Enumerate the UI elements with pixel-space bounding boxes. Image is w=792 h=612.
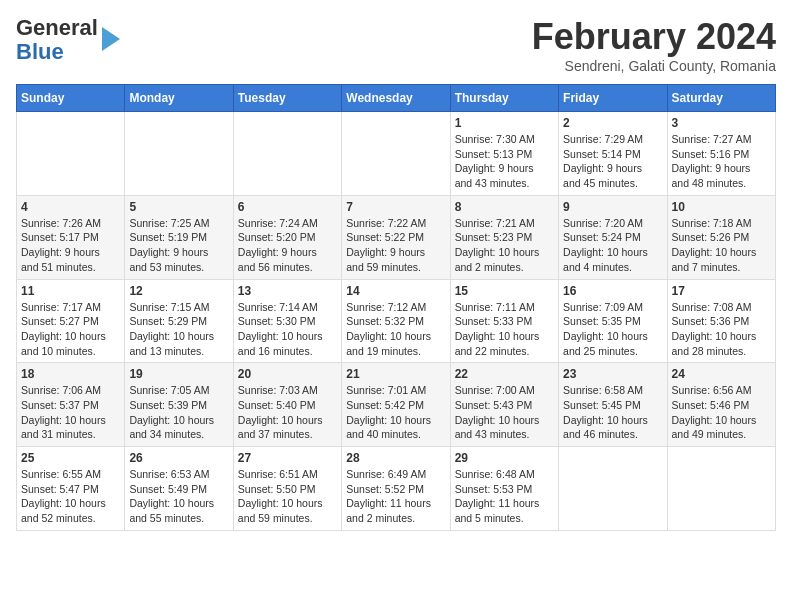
logo-arrow-icon [102,27,120,51]
day-cell: 18Sunrise: 7:06 AM Sunset: 5:37 PM Dayli… [17,363,125,447]
day-number: 21 [346,367,445,381]
week-row-5: 25Sunrise: 6:55 AM Sunset: 5:47 PM Dayli… [17,447,776,531]
day-number: 24 [672,367,771,381]
month-title: February 2024 [532,16,776,58]
day-number: 28 [346,451,445,465]
day-info: Sunrise: 7:25 AM Sunset: 5:19 PM Dayligh… [129,216,228,275]
week-row-1: 1Sunrise: 7:30 AM Sunset: 5:13 PM Daylig… [17,112,776,196]
day-cell: 21Sunrise: 7:01 AM Sunset: 5:42 PM Dayli… [342,363,450,447]
day-info: Sunrise: 7:11 AM Sunset: 5:33 PM Dayligh… [455,300,554,359]
day-cell [125,112,233,196]
day-cell: 4Sunrise: 7:26 AM Sunset: 5:17 PM Daylig… [17,195,125,279]
day-number: 20 [238,367,337,381]
day-number: 3 [672,116,771,130]
day-cell: 11Sunrise: 7:17 AM Sunset: 5:27 PM Dayli… [17,279,125,363]
day-info: Sunrise: 6:55 AM Sunset: 5:47 PM Dayligh… [21,467,120,526]
day-number: 1 [455,116,554,130]
day-info: Sunrise: 7:09 AM Sunset: 5:35 PM Dayligh… [563,300,662,359]
day-info: Sunrise: 6:58 AM Sunset: 5:45 PM Dayligh… [563,383,662,442]
day-cell: 26Sunrise: 6:53 AM Sunset: 5:49 PM Dayli… [125,447,233,531]
calendar-table: SundayMondayTuesdayWednesdayThursdayFrid… [16,84,776,531]
week-row-2: 4Sunrise: 7:26 AM Sunset: 5:17 PM Daylig… [17,195,776,279]
day-cell [559,447,667,531]
logo-blue: Blue [16,39,64,64]
calendar-header-row: SundayMondayTuesdayWednesdayThursdayFrid… [17,85,776,112]
day-info: Sunrise: 7:00 AM Sunset: 5:43 PM Dayligh… [455,383,554,442]
column-header-saturday: Saturday [667,85,775,112]
day-number: 27 [238,451,337,465]
day-cell: 6Sunrise: 7:24 AM Sunset: 5:20 PM Daylig… [233,195,341,279]
column-header-thursday: Thursday [450,85,558,112]
day-info: Sunrise: 6:51 AM Sunset: 5:50 PM Dayligh… [238,467,337,526]
day-cell: 12Sunrise: 7:15 AM Sunset: 5:29 PM Dayli… [125,279,233,363]
day-cell: 15Sunrise: 7:11 AM Sunset: 5:33 PM Dayli… [450,279,558,363]
day-number: 14 [346,284,445,298]
day-cell: 13Sunrise: 7:14 AM Sunset: 5:30 PM Dayli… [233,279,341,363]
day-info: Sunrise: 6:56 AM Sunset: 5:46 PM Dayligh… [672,383,771,442]
day-cell: 7Sunrise: 7:22 AM Sunset: 5:22 PM Daylig… [342,195,450,279]
page-header: General Blue February 2024 Sendreni, Gal… [16,16,776,74]
day-info: Sunrise: 7:18 AM Sunset: 5:26 PM Dayligh… [672,216,771,275]
day-cell [233,112,341,196]
day-number: 25 [21,451,120,465]
day-cell: 8Sunrise: 7:21 AM Sunset: 5:23 PM Daylig… [450,195,558,279]
day-cell: 20Sunrise: 7:03 AM Sunset: 5:40 PM Dayli… [233,363,341,447]
day-info: Sunrise: 7:12 AM Sunset: 5:32 PM Dayligh… [346,300,445,359]
day-info: Sunrise: 7:22 AM Sunset: 5:22 PM Dayligh… [346,216,445,275]
day-number: 9 [563,200,662,214]
day-info: Sunrise: 7:27 AM Sunset: 5:16 PM Dayligh… [672,132,771,191]
day-cell: 28Sunrise: 6:49 AM Sunset: 5:52 PM Dayli… [342,447,450,531]
column-header-friday: Friday [559,85,667,112]
week-row-3: 11Sunrise: 7:17 AM Sunset: 5:27 PM Dayli… [17,279,776,363]
day-number: 2 [563,116,662,130]
day-cell: 3Sunrise: 7:27 AM Sunset: 5:16 PM Daylig… [667,112,775,196]
day-cell: 24Sunrise: 6:56 AM Sunset: 5:46 PM Dayli… [667,363,775,447]
day-number: 7 [346,200,445,214]
logo: General Blue [16,16,120,64]
day-info: Sunrise: 7:05 AM Sunset: 5:39 PM Dayligh… [129,383,228,442]
day-info: Sunrise: 7:21 AM Sunset: 5:23 PM Dayligh… [455,216,554,275]
day-number: 6 [238,200,337,214]
day-cell: 19Sunrise: 7:05 AM Sunset: 5:39 PM Dayli… [125,363,233,447]
day-info: Sunrise: 7:29 AM Sunset: 5:14 PM Dayligh… [563,132,662,191]
day-number: 26 [129,451,228,465]
day-info: Sunrise: 7:14 AM Sunset: 5:30 PM Dayligh… [238,300,337,359]
day-cell: 5Sunrise: 7:25 AM Sunset: 5:19 PM Daylig… [125,195,233,279]
day-cell [667,447,775,531]
day-cell: 9Sunrise: 7:20 AM Sunset: 5:24 PM Daylig… [559,195,667,279]
day-number: 11 [21,284,120,298]
day-info: Sunrise: 7:30 AM Sunset: 5:13 PM Dayligh… [455,132,554,191]
day-number: 10 [672,200,771,214]
day-info: Sunrise: 7:15 AM Sunset: 5:29 PM Dayligh… [129,300,228,359]
column-header-tuesday: Tuesday [233,85,341,112]
day-info: Sunrise: 7:24 AM Sunset: 5:20 PM Dayligh… [238,216,337,275]
day-number: 22 [455,367,554,381]
day-info: Sunrise: 6:48 AM Sunset: 5:53 PM Dayligh… [455,467,554,526]
day-number: 4 [21,200,120,214]
day-cell: 27Sunrise: 6:51 AM Sunset: 5:50 PM Dayli… [233,447,341,531]
day-number: 29 [455,451,554,465]
column-header-wednesday: Wednesday [342,85,450,112]
day-cell: 25Sunrise: 6:55 AM Sunset: 5:47 PM Dayli… [17,447,125,531]
day-number: 17 [672,284,771,298]
day-cell: 10Sunrise: 7:18 AM Sunset: 5:26 PM Dayli… [667,195,775,279]
day-number: 23 [563,367,662,381]
title-block: February 2024 Sendreni, Galati County, R… [532,16,776,74]
location-subtitle: Sendreni, Galati County, Romania [532,58,776,74]
day-cell: 16Sunrise: 7:09 AM Sunset: 5:35 PM Dayli… [559,279,667,363]
day-info: Sunrise: 7:08 AM Sunset: 5:36 PM Dayligh… [672,300,771,359]
day-number: 18 [21,367,120,381]
day-info: Sunrise: 7:20 AM Sunset: 5:24 PM Dayligh… [563,216,662,275]
calendar-body: 1Sunrise: 7:30 AM Sunset: 5:13 PM Daylig… [17,112,776,531]
week-row-4: 18Sunrise: 7:06 AM Sunset: 5:37 PM Dayli… [17,363,776,447]
day-number: 12 [129,284,228,298]
day-cell: 23Sunrise: 6:58 AM Sunset: 5:45 PM Dayli… [559,363,667,447]
day-number: 13 [238,284,337,298]
logo-general: General [16,15,98,40]
day-cell: 29Sunrise: 6:48 AM Sunset: 5:53 PM Dayli… [450,447,558,531]
column-header-monday: Monday [125,85,233,112]
day-info: Sunrise: 7:17 AM Sunset: 5:27 PM Dayligh… [21,300,120,359]
day-info: Sunrise: 6:49 AM Sunset: 5:52 PM Dayligh… [346,467,445,526]
day-number: 8 [455,200,554,214]
day-cell: 14Sunrise: 7:12 AM Sunset: 5:32 PM Dayli… [342,279,450,363]
